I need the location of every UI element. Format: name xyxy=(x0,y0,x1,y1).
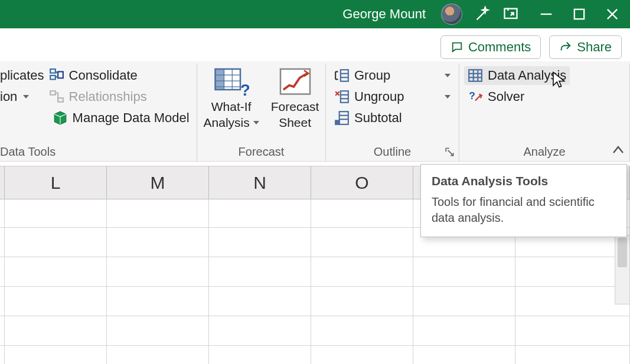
group-label-analyze: Analyze xyxy=(464,145,625,160)
group-data-tools: plicates ion Consolidate xyxy=(0,64,197,161)
group-button[interactable]: Group xyxy=(331,66,454,85)
manage-data-model-button[interactable]: Manage Data Model xyxy=(49,109,193,127)
share-bar: Comments Share xyxy=(0,28,630,61)
user-name: George Mount xyxy=(342,6,426,22)
collapse-ribbon-icon[interactable] xyxy=(612,146,624,156)
svg-rect-6 xyxy=(50,76,56,80)
grid-row[interactable] xyxy=(0,287,630,316)
group-outline: Group Ungroup Subtotal xyxy=(326,64,459,161)
data-validation-label: ion xyxy=(0,89,17,104)
svg-text:?: ? xyxy=(469,90,475,101)
grid-row[interactable] xyxy=(0,257,630,287)
what-if-label-2: Analysis xyxy=(204,115,250,130)
svg-rect-18 xyxy=(215,69,224,90)
svg-rect-20 xyxy=(280,69,310,94)
ungroup-button[interactable]: Ungroup xyxy=(331,87,454,106)
relationships-label: Relationships xyxy=(69,89,147,104)
maximize-icon[interactable] xyxy=(571,6,587,22)
avatar[interactable] xyxy=(441,4,462,25)
dialog-launcher-icon[interactable] xyxy=(445,147,455,158)
subtotal-button[interactable]: Subtotal xyxy=(331,109,454,127)
manage-data-model-icon xyxy=(53,110,68,126)
ribbon: plicates ion Consolidate xyxy=(0,61,630,162)
share-label: Share xyxy=(577,40,612,55)
what-if-icon: ? xyxy=(214,66,249,98)
title-bar: George Mount xyxy=(0,0,630,28)
tooltip: Data Analysis Tools Tools for financial … xyxy=(420,164,627,237)
close-icon[interactable] xyxy=(604,6,621,22)
minimize-icon[interactable] xyxy=(538,6,554,22)
group-icon xyxy=(334,68,350,83)
data-analysis-icon xyxy=(468,68,483,83)
comments-label: Comments xyxy=(468,40,531,55)
col-header-N[interactable]: N xyxy=(209,166,311,199)
consolidate-icon xyxy=(49,68,64,83)
svg-rect-5 xyxy=(50,69,56,73)
grid-row[interactable] xyxy=(0,346,630,364)
svg-rect-21 xyxy=(341,70,348,81)
relationships-icon xyxy=(49,89,64,104)
window-controls xyxy=(538,6,621,22)
relationships-button: Relationships xyxy=(49,87,193,106)
forecast-sheet-label-2: Sheet xyxy=(279,115,311,130)
chevron-down-icon xyxy=(253,121,259,124)
svg-rect-30 xyxy=(335,120,340,124)
tooltip-body: Tools for financial and scientific data … xyxy=(432,194,616,226)
svg-rect-42 xyxy=(469,70,482,81)
tooltip-title: Data Analysis Tools xyxy=(432,174,616,188)
svg-rect-7 xyxy=(58,72,63,78)
col-header-M[interactable]: M xyxy=(107,166,209,199)
group-label: Group xyxy=(354,68,390,83)
subtotal-label: Subtotal xyxy=(354,110,402,126)
wand-icon[interactable] xyxy=(474,6,491,22)
grid-row[interactable] xyxy=(0,316,630,346)
ungroup-icon xyxy=(334,89,350,104)
col-header-L[interactable]: L xyxy=(5,166,107,199)
remove-duplicates-label: plicates xyxy=(0,68,44,83)
group-label-outline: Outline xyxy=(331,145,454,160)
share-button[interactable]: Share xyxy=(549,35,622,59)
consolidate-label: Consolidate xyxy=(69,68,138,83)
comments-button[interactable]: Comments xyxy=(440,35,541,59)
manage-data-model-label: Manage Data Model xyxy=(73,110,190,126)
svg-text:?: ? xyxy=(240,81,249,99)
forecast-sheet-icon xyxy=(278,66,313,98)
forecast-sheet-button[interactable]: Forecast Sheet xyxy=(265,66,325,130)
chevron-down-icon xyxy=(23,95,29,99)
forecast-sheet-label-1: Forecast xyxy=(271,99,319,114)
group-label-data-tools: Data Tools xyxy=(0,145,192,160)
what-if-analysis-button[interactable]: ? What-If Analysis xyxy=(198,66,265,130)
svg-rect-2 xyxy=(574,9,584,19)
display-options-icon[interactable] xyxy=(502,6,519,22)
group-label-forecast: Forecast xyxy=(202,145,321,160)
consolidate-button[interactable]: Consolidate xyxy=(49,66,193,85)
row-header-corner[interactable] xyxy=(0,166,5,199)
svg-rect-24 xyxy=(341,91,348,103)
vertical-scrollbar[interactable] xyxy=(615,235,630,304)
solver-label: Solver xyxy=(488,89,524,104)
remove-duplicates-button[interactable]: plicates xyxy=(0,66,48,85)
subtotal-icon xyxy=(334,110,350,126)
group-analyze: Data Analysis ? Solver Analyze xyxy=(459,64,630,161)
solver-icon: ? xyxy=(468,89,483,104)
svg-rect-27 xyxy=(340,112,348,124)
group-forecast: ? What-If Analysis Forecast Sheet Foreca… xyxy=(197,64,326,161)
svg-rect-10 xyxy=(50,91,56,95)
chevron-down-icon xyxy=(445,95,451,99)
svg-rect-11 xyxy=(58,98,63,102)
data-validation-button[interactable]: ion xyxy=(0,87,48,106)
what-if-label-1: What-If xyxy=(211,99,252,114)
col-header-O[interactable]: O xyxy=(311,166,413,199)
ungroup-label: Ungroup xyxy=(354,89,404,104)
mouse-cursor-icon xyxy=(551,71,567,91)
chevron-down-icon xyxy=(445,74,451,77)
